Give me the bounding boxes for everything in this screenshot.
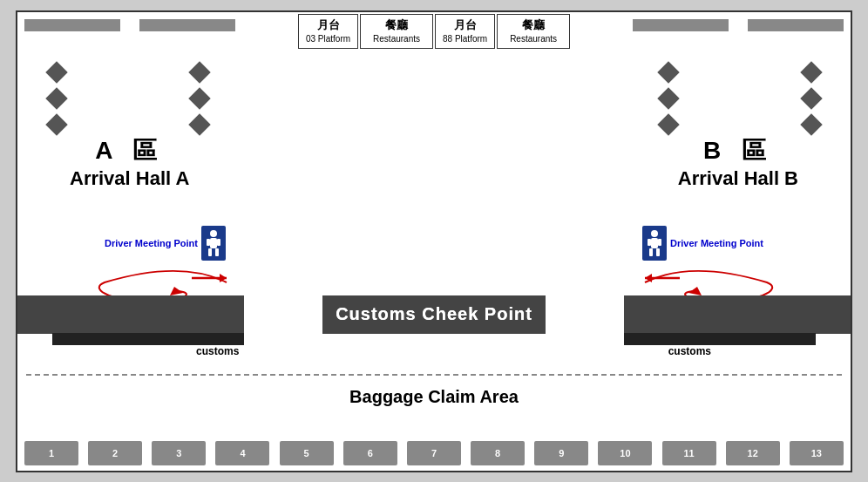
svg-point-6 (651, 230, 658, 237)
arrival-hall-b: B 區 Arrival Hall B (678, 134, 798, 190)
diamond-6 (188, 113, 210, 135)
carousel-3: 3 (152, 441, 206, 465)
restaurant-sign-1: 餐廳 Restaurants (360, 14, 433, 49)
svg-rect-10 (648, 239, 651, 246)
diamond-4 (188, 61, 210, 83)
diamond-9 (657, 113, 679, 135)
svg-rect-8 (649, 248, 653, 256)
svg-rect-7 (651, 238, 658, 248)
dashed-separator (26, 374, 842, 376)
diamond-11 (800, 87, 822, 109)
carousel-6: 6 (343, 441, 397, 465)
customs-counter-left (52, 333, 244, 345)
svg-rect-2 (208, 248, 212, 256)
carousel-9: 9 (534, 441, 588, 465)
diamond-3 (45, 113, 67, 135)
diamond-7 (657, 61, 679, 83)
airport-map: 月台 03 Platform 餐廳 Restaurants 月台 88 Plat… (16, 10, 852, 472)
carousel-7: 7 (407, 441, 461, 465)
carousel-11: 11 (662, 441, 716, 465)
restaurant-sign-2: 餐廳 Restaurants (497, 14, 570, 49)
baggage-carousels: 1 2 3 4 5 6 7 8 9 10 11 12 13 (24, 441, 844, 465)
svg-rect-1 (210, 238, 217, 248)
svg-rect-4 (207, 239, 210, 246)
customs-gap-right (546, 295, 624, 334)
diamond-5 (188, 87, 210, 109)
svg-marker-15 (688, 287, 702, 295)
diamond-2 (45, 87, 67, 109)
customs-label-left: customs (196, 345, 239, 357)
platform-03-sign: 月台 03 Platform (298, 14, 358, 49)
driver-meeting-right: Driver Meeting Point (642, 226, 763, 261)
svg-marker-14 (220, 274, 227, 282)
carousel-4: 4 (215, 441, 269, 465)
carousel-8: 8 (471, 441, 525, 465)
diamond-12 (800, 113, 822, 135)
svg-point-0 (210, 230, 217, 237)
carousel-10: 10 (598, 441, 652, 465)
svg-marker-12 (170, 287, 183, 295)
customs-gap-left (244, 295, 322, 334)
carousel-5: 5 (280, 441, 334, 465)
carousel-12: 12 (726, 441, 780, 465)
svg-rect-3 (215, 248, 219, 256)
diamond-8 (657, 87, 679, 109)
svg-marker-17 (645, 274, 652, 282)
svg-rect-9 (656, 248, 660, 256)
svg-rect-5 (217, 239, 220, 246)
arrival-hall-a: A 區 Arrival Hall A (70, 134, 189, 190)
platform-88-sign: 月台 88 Platform (435, 14, 495, 49)
carousel-13: 13 (790, 441, 844, 465)
baggage-claim-label: Baggage Claim Area (17, 387, 851, 407)
signs-row: 月台 03 Platform 餐廳 Restaurants 月台 88 Plat… (17, 14, 851, 49)
svg-rect-11 (658, 239, 661, 246)
person-icon-right (642, 226, 667, 261)
customs-label-right: customs (668, 345, 711, 357)
driver-meeting-left: Driver Meeting Point (105, 226, 226, 261)
person-icon-left (201, 226, 226, 261)
diamond-10 (800, 61, 822, 83)
customs-counter-right (624, 333, 816, 345)
carousel-1: 1 (24, 441, 78, 465)
diamond-1 (45, 61, 67, 83)
carousel-2: 2 (88, 441, 142, 465)
